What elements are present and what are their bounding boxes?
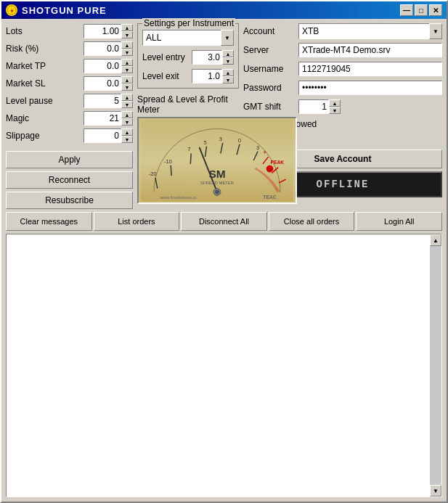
svg-point-21 (266, 165, 274, 173)
market-sl-spinner: ▲ ▼ (84, 76, 133, 91)
lots-input[interactable] (84, 24, 121, 38)
svg-point-25 (215, 190, 219, 195)
svg-text:✦: ✦ (9, 8, 15, 15)
slippage-spinner: ▲ ▼ (84, 128, 133, 143)
title-bar: ✦ SHOTGUN PURE — □ ✕ (1, 1, 447, 19)
title-buttons: — □ ✕ (400, 4, 442, 16)
gmt-spinner-buttons: ▲ ▼ (329, 99, 341, 114)
risk-input[interactable] (84, 41, 121, 56)
market-sl-label: Market SL (6, 78, 46, 89)
risk-spinner-buttons: ▲ ▼ (121, 41, 133, 56)
resubscribe-button[interactable]: Resubscribe (6, 192, 133, 209)
server-input[interactable] (298, 43, 442, 57)
slippage-label: Slippage (6, 131, 40, 141)
account-dropdown[interactable]: XTB (298, 23, 442, 39)
level-exit-spinner: ▲ ▼ (192, 69, 234, 83)
svg-text:SM: SM (208, 168, 225, 180)
settings-group: Settings per Instrument ALL ▼ Level entr… (137, 23, 239, 89)
magic-up-button[interactable]: ▲ (121, 111, 133, 118)
risk-spinner: ▲ ▼ (84, 41, 133, 56)
market-sl-up-button[interactable]: ▲ (121, 76, 133, 83)
log-textarea[interactable] (7, 234, 430, 496)
scroll-up-button[interactable]: ▲ (430, 234, 441, 246)
magic-down-button[interactable]: ▼ (121, 118, 133, 126)
close-button[interactable]: ✕ (429, 4, 442, 16)
magic-label: Magic (6, 113, 29, 123)
svg-text:PEAK: PEAK (270, 160, 284, 165)
log-scrollbar: ▲ ▼ (430, 234, 441, 496)
svg-text:7: 7 (187, 146, 190, 152)
gmt-up-button[interactable]: ▲ (329, 99, 341, 107)
risk-down-button[interactable]: ▼ (121, 49, 133, 56)
svg-text:+: + (263, 149, 266, 156)
slippage-down-button[interactable]: ▼ (121, 136, 133, 143)
meter-box: -20 -10 7 5 3 (137, 117, 297, 204)
lots-up-button[interactable]: ▲ (121, 24, 133, 31)
level-exit-row: Level exit ▲ ▼ (142, 69, 234, 83)
level-entry-label: Level entry (142, 52, 185, 62)
meter-section: Spread & Level & Profit Meter (137, 94, 239, 204)
slippage-input[interactable] (84, 128, 121, 143)
account-label: Account (243, 26, 296, 36)
disconnect-all-button[interactable]: Disconnect All (181, 212, 267, 231)
login-all-button[interactable]: Login All (356, 212, 442, 231)
magic-spinner: ▲ ▼ (84, 111, 133, 126)
level-exit-label: Level exit (142, 71, 179, 81)
svg-text:5: 5 (203, 139, 206, 146)
middle-panel: Settings per Instrument ALL ▼ Level entr… (137, 23, 239, 209)
level-entry-spinner-buttons: ▲ ▼ (222, 50, 234, 65)
level-entry-row: Level entry ▲ ▼ (142, 50, 234, 65)
svg-text:3: 3 (256, 144, 259, 151)
maximize-button[interactable]: □ (415, 4, 428, 16)
svg-text:www.finsolutions.cz: www.finsolutions.cz (160, 195, 197, 200)
password-input[interactable] (298, 81, 442, 95)
svg-text:-10: -10 (164, 158, 172, 165)
level-entry-up-button[interactable]: ▲ (222, 50, 234, 57)
main-content: Lots ▲ ▼ Risk (%) ▲ (1, 19, 447, 502)
password-row: Password (243, 80, 442, 96)
log-area-wrap: ▲ ▼ (6, 234, 442, 497)
apply-button[interactable]: Apply (6, 151, 133, 168)
lots-spinner: ▲ ▼ (84, 24, 133, 38)
level-entry-down-button[interactable]: ▼ (222, 57, 234, 65)
market-tp-row: Market TP ▲ ▼ (6, 58, 133, 74)
gmt-input[interactable] (298, 99, 329, 114)
instrument-dropdown-wrap: ALL ▼ (142, 30, 234, 46)
market-sl-spinner-buttons: ▲ ▼ (121, 76, 133, 91)
meter-title: Spread & Level & Profit Meter (137, 94, 239, 115)
lots-down-button[interactable]: ▼ (121, 31, 133, 38)
gmt-row: GMT shift ▲ ▼ (243, 99, 442, 115)
level-pause-input[interactable] (84, 94, 121, 108)
market-tp-down-button[interactable]: ▼ (121, 66, 133, 73)
instrument-dropdown[interactable]: ALL (142, 30, 234, 46)
app-icon: ✦ (6, 4, 17, 16)
close-all-orders-button[interactable]: Close all orders (269, 212, 355, 231)
market-tp-input[interactable] (84, 59, 121, 73)
level-entry-input[interactable] (192, 50, 222, 65)
level-pause-up-button[interactable]: ▲ (121, 94, 133, 101)
magic-input[interactable] (84, 111, 121, 126)
reconnect-button[interactable]: Reconnect (6, 171, 133, 189)
level-pause-row: Level pause ▲ ▼ (6, 93, 133, 109)
gmt-down-button[interactable]: ▼ (329, 107, 341, 114)
level-exit-down-button[interactable]: ▼ (222, 76, 234, 83)
scroll-down-button[interactable]: ▼ (430, 485, 441, 496)
market-tp-up-button[interactable]: ▲ (121, 59, 133, 66)
svg-line-5 (171, 165, 171, 176)
market-sl-down-button[interactable]: ▼ (121, 83, 133, 91)
risk-up-button[interactable]: ▲ (121, 41, 133, 49)
username-input[interactable] (298, 62, 442, 76)
title-bar-left: ✦ SHOTGUN PURE (6, 4, 107, 16)
minimize-button[interactable]: — (400, 4, 413, 16)
scroll-track[interactable] (430, 246, 441, 485)
market-sl-input[interactable] (84, 76, 121, 91)
list-orders-button[interactable]: List orders (94, 212, 180, 231)
level-pause-spinner: ▲ ▼ (84, 94, 133, 108)
clear-messages-button[interactable]: Clear messages (6, 212, 92, 231)
level-pause-down-button[interactable]: ▼ (121, 101, 133, 108)
left-panel: Lots ▲ ▼ Risk (%) ▲ (6, 23, 133, 209)
level-exit-input[interactable] (192, 69, 222, 83)
level-exit-up-button[interactable]: ▲ (222, 69, 234, 76)
window-title: SHOTGUN PURE (22, 5, 107, 16)
slippage-up-button[interactable]: ▲ (121, 128, 133, 136)
